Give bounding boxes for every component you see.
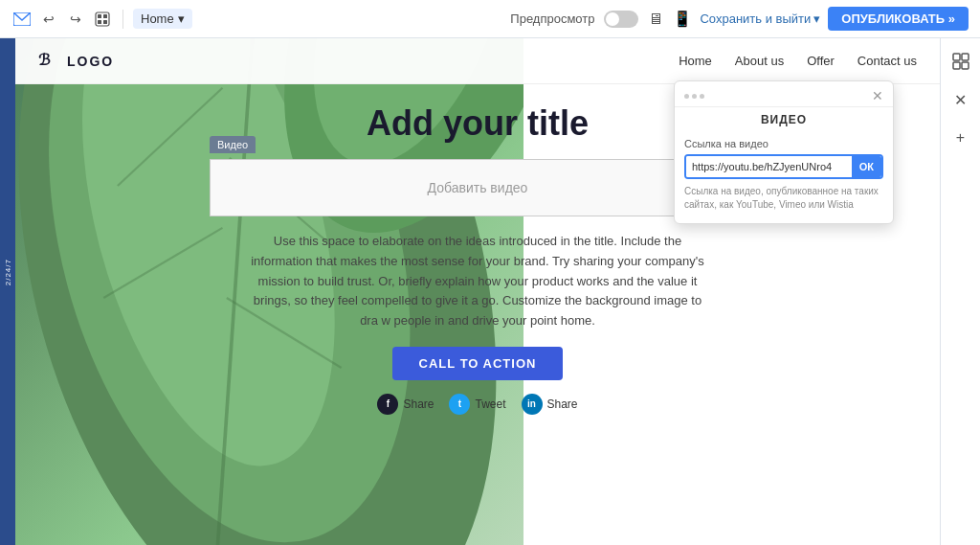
svg-text:ℬ: ℬ — [38, 52, 51, 67]
home-tab-label: Home — [141, 11, 174, 26]
svg-rect-3 — [103, 14, 107, 18]
nav-home[interactable]: Home — [679, 54, 712, 68]
main-layout: 2/24/7 — [0, 38, 980, 545]
save-label: Сохранить и выйти — [700, 11, 811, 26]
save-button[interactable]: Сохранить и выйти ▾ — [700, 11, 820, 26]
undo-icon[interactable]: ↩ — [38, 9, 59, 30]
save-chevron: ▾ — [813, 11, 820, 26]
video-label-tag: Видео — [210, 136, 256, 153]
layout-icon[interactable] — [946, 46, 976, 77]
popup-body: Ссылка на видео ОК Ссылка на видео, опуб… — [675, 130, 893, 223]
nav-offer[interactable]: Offer — [807, 54, 835, 68]
nav-links: Home About us Offer Contact us — [679, 54, 917, 68]
video-placeholder[interactable]: Добавить видео — [210, 159, 746, 216]
desktop-icon[interactable]: 🖥 — [648, 11, 663, 28]
svg-rect-20 — [962, 62, 969, 69]
facebook-share[interactable]: f Share — [377, 394, 434, 415]
svg-rect-5 — [103, 20, 107, 24]
facebook-icon: f — [377, 394, 398, 415]
left-float-text: 2/24/7 — [4, 259, 12, 285]
popup-dot-3 — [700, 94, 704, 99]
svg-rect-18 — [962, 54, 969, 60]
toolbar-center: Предпросмотр 🖥 📱 — [510, 10, 692, 28]
video-url-input[interactable] — [686, 156, 852, 177]
twitter-label: Tweet — [475, 397, 505, 411]
popup-input-row[interactable]: ОК — [684, 154, 883, 179]
add-icon[interactable]: + — [946, 123, 976, 153]
description-text: Use this space to elaborate on the ideas… — [248, 232, 707, 331]
pages-icon[interactable] — [92, 9, 113, 30]
toolbar: ↩ ↪ Home ▾ Предпросмотр 🖥 📱 Сохранить и … — [0, 0, 980, 38]
popup-close-button[interactable]: ✕ — [872, 89, 883, 102]
divider — [122, 10, 123, 29]
publish-button[interactable]: ОПУБЛИКОВАТЬ » — [828, 7, 969, 31]
video-section[interactable]: Видео Добавить видео — [210, 159, 746, 216]
preview-toggle[interactable] — [604, 11, 638, 28]
mobile-icon[interactable]: 📱 — [673, 10, 692, 28]
toolbar-left: ↩ ↪ Home ▾ — [11, 9, 502, 30]
logo-area: ℬ LOGO — [38, 50, 114, 72]
left-sidebar: 2/24/7 — [0, 38, 15, 545]
social-share: f Share t Tweet in Share — [377, 394, 577, 415]
linkedin-label: Share — [547, 397, 578, 411]
svg-rect-19 — [953, 62, 960, 69]
popup-ok-button[interactable]: ОК — [852, 156, 881, 177]
popup-hint: Ссылка на видео, опубликованное на таких… — [684, 185, 883, 212]
svg-rect-4 — [98, 20, 101, 24]
home-tab-chevron: ▾ — [178, 11, 185, 26]
svg-rect-17 — [953, 54, 960, 60]
toolbar-right: Сохранить и выйти ▾ ОПУБЛИКОВАТЬ » — [700, 7, 969, 31]
twitter-share[interactable]: t Tweet — [449, 394, 505, 415]
twitter-icon: t — [449, 394, 470, 415]
video-popup: ✕ ВИДЕО Ссылка на видео ОК Ссылка на вид… — [674, 80, 894, 224]
popup-dots — [684, 94, 704, 99]
linkedin-share[interactable]: in Share — [522, 394, 578, 415]
svg-rect-1 — [96, 12, 109, 26]
facebook-label: Share — [403, 397, 434, 411]
email-icon[interactable] — [11, 9, 33, 30]
popup-dot-1 — [684, 94, 689, 99]
website-page: ℬ LOGO Home About us Offer Contact us Ad… — [15, 38, 940, 545]
right-sidebar: ✕ + — [940, 38, 980, 545]
popup-dot-2 — [692, 94, 697, 99]
linkedin-icon: in — [522, 394, 543, 415]
popup-header: ✕ — [675, 81, 893, 107]
nav-about[interactable]: About us — [735, 54, 784, 68]
close-icon[interactable]: ✕ — [946, 84, 976, 115]
home-tab[interactable]: Home ▾ — [133, 9, 192, 29]
nav-contact[interactable]: Contact us — [858, 54, 917, 68]
popup-title: ВИДЕО — [675, 107, 893, 130]
redo-icon[interactable]: ↪ — [65, 9, 86, 30]
svg-rect-2 — [98, 14, 101, 18]
logo-text: LOGO — [67, 54, 114, 69]
cta-button[interactable]: CALL TO ACTION — [392, 347, 564, 380]
preview-label: Предпросмотр — [510, 11, 594, 26]
nav-bar: ℬ LOGO Home About us Offer Contact us — [15, 38, 940, 84]
canvas-area: ℬ LOGO Home About us Offer Contact us Ad… — [15, 38, 940, 545]
left-float-panel[interactable]: 2/24/7 — [0, 235, 15, 311]
page-title: Add your title — [367, 103, 589, 144]
logo-icon: ℬ — [38, 50, 61, 72]
popup-field-label: Ссылка на видео — [684, 138, 883, 149]
